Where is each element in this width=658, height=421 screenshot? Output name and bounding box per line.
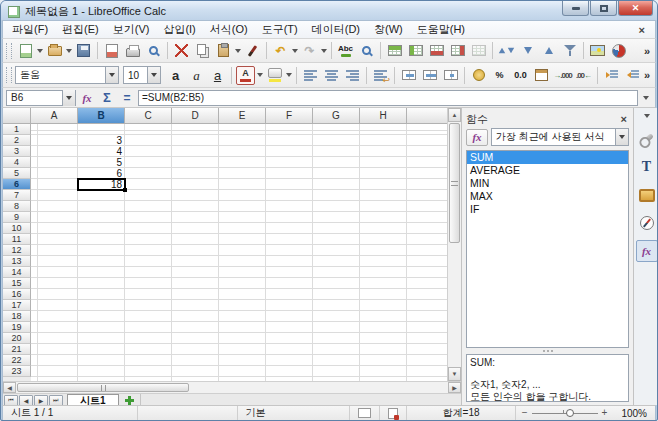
menu-insert[interactable]: 삽입(I) [156, 20, 202, 39]
vertical-scroll-thumb[interactable] [449, 123, 460, 243]
undo-button[interactable]: ↶ [271, 41, 290, 60]
page-style-status[interactable]: 기본 [238, 406, 351, 420]
document-modified-status[interactable] [380, 406, 407, 420]
scroll-right-icon[interactable]: ▶ [448, 382, 461, 393]
row-header[interactable]: 10 [3, 223, 31, 234]
function-wizard-button[interactable]: fx [78, 89, 96, 106]
selection-mode-status[interactable] [350, 406, 380, 420]
wrap-text-button[interactable] [371, 66, 390, 85]
clone-formatting-button[interactable] [243, 41, 262, 60]
function-item-average[interactable]: AVERAGE [467, 164, 628, 177]
vertical-scrollbar[interactable]: ▲ ▼ [447, 108, 461, 381]
row-header-selected[interactable]: 6 [3, 179, 31, 190]
zoom-level-status[interactable]: 100% [613, 406, 655, 420]
sheet-number-status[interactable]: 시트 1 / 1 [3, 406, 138, 420]
toolbar-grip[interactable] [6, 43, 12, 59]
horizontal-scrollbar[interactable]: ◀ ▶ [3, 381, 461, 393]
sum-button[interactable]: Σ [98, 89, 116, 106]
new-document-dropdown[interactable] [36, 41, 44, 60]
copy-button[interactable] [193, 41, 212, 60]
function-category-dropdown-icon[interactable] [615, 129, 628, 145]
name-box-dropdown-icon[interactable] [62, 90, 75, 106]
menu-format[interactable]: 서식(O) [203, 20, 255, 39]
column-header-partial[interactable] [407, 108, 447, 124]
sidebar-tab-functions[interactable]: fx [636, 240, 658, 262]
name-box[interactable]: B6 [6, 90, 76, 106]
sort-ascending-button[interactable] [518, 41, 537, 60]
find-replace-button[interactable] [357, 41, 376, 60]
column-header-d[interactable]: D [172, 108, 219, 124]
autofilter-button[interactable] [560, 41, 579, 60]
column-header-b[interactable]: B [78, 108, 125, 124]
sidebar-tab-styles[interactable]: T [636, 156, 658, 178]
row-header[interactable]: 21 [3, 344, 31, 355]
currency-format-button[interactable] [469, 66, 488, 85]
open-dropdown[interactable] [65, 41, 73, 60]
column-header-c[interactable]: C [125, 108, 172, 124]
toolbar-grip[interactable] [6, 67, 12, 83]
print-button[interactable] [123, 41, 142, 60]
sidebar-tab-navigator[interactable] [636, 212, 658, 234]
font-name-dropdown-icon[interactable] [105, 67, 118, 83]
select-all-corner[interactable] [3, 108, 31, 124]
insert-column-button[interactable] [406, 41, 425, 60]
sidebar-function-wizard-button[interactable]: fx [466, 129, 488, 146]
maximize-button[interactable] [590, 1, 617, 16]
sum-status[interactable]: 합계=18 [407, 406, 515, 420]
row-header[interactable]: 22 [3, 355, 31, 366]
open-button[interactable] [45, 41, 64, 60]
font-color-button[interactable]: A [236, 66, 255, 85]
cell-b3[interactable]: 4 [78, 146, 125, 157]
row-header[interactable]: 2 [3, 135, 31, 146]
equals-button[interactable]: = [118, 89, 136, 106]
delete-decimal-button[interactable]: .00← [574, 66, 593, 85]
zoom-slider-track[interactable] [532, 413, 598, 414]
spreadsheet-grid[interactable]: A B C D E F G H 1 2 3 [3, 108, 447, 381]
sidebar-settings-icon[interactable] [639, 110, 655, 122]
merge-center-button[interactable] [399, 66, 418, 85]
toolbar-overflow-button[interactable]: » [644, 45, 650, 57]
row-header[interactable]: 14 [3, 267, 31, 278]
delete-row-button[interactable] [427, 41, 446, 60]
row-header[interactable]: 7 [3, 190, 31, 201]
toolbar-overflow-button[interactable]: » [644, 69, 650, 81]
row-header[interactable]: 13 [3, 256, 31, 267]
column-header-e[interactable]: E [219, 108, 266, 124]
number-format-button[interactable]: 0.0 [511, 66, 530, 85]
zoom-slider[interactable]: − + [516, 406, 614, 420]
row-header[interactable]: 17 [3, 300, 31, 311]
zoom-in-icon[interactable]: + [602, 408, 608, 418]
row-header[interactable]: 1 [3, 124, 31, 135]
menu-data[interactable]: 데이터(D) [305, 20, 367, 39]
sort-descending-button[interactable] [539, 41, 558, 60]
function-category-dropdown[interactable]: 가장 최근에 사용된 서식 [491, 128, 629, 146]
font-color-dropdown[interactable] [256, 66, 264, 85]
redo-button[interactable]: ↷ [300, 41, 319, 60]
italic-button[interactable]: a [187, 66, 206, 85]
row-header[interactable]: 9 [3, 212, 31, 223]
highlight-color-button[interactable] [265, 66, 284, 85]
formula-input[interactable]: =SUM(B2:B5) [138, 90, 638, 106]
row-header[interactable]: 20 [3, 333, 31, 344]
row-header[interactable]: 3 [3, 146, 31, 157]
new-document-button[interactable] [16, 41, 35, 60]
font-size-dropdown-icon[interactable] [147, 67, 160, 83]
menu-help[interactable]: 도움말(H) [410, 20, 472, 39]
menu-file[interactable]: 파일(F) [5, 20, 55, 39]
close-document-icon[interactable] [631, 24, 653, 36]
scroll-left-icon[interactable]: ◀ [3, 382, 16, 393]
sidebar-close-icon[interactable] [619, 113, 629, 125]
column-header-a[interactable]: A [31, 108, 78, 124]
column-header-f[interactable]: F [266, 108, 313, 124]
function-item-if[interactable]: IF [467, 203, 628, 216]
function-item-sum[interactable]: SUM [467, 151, 628, 164]
spelling-button[interactable]: Abc [336, 41, 355, 60]
sort-button[interactable] [497, 41, 516, 60]
unmerge-cells-button[interactable] [441, 66, 460, 85]
align-right-button[interactable] [343, 66, 362, 85]
cell-b2[interactable]: 3 [78, 135, 125, 146]
merge-cells-button[interactable] [420, 66, 439, 85]
align-left-button[interactable] [301, 66, 320, 85]
scroll-up-icon[interactable]: ▲ [448, 108, 461, 122]
percent-format-button[interactable]: % [490, 66, 509, 85]
